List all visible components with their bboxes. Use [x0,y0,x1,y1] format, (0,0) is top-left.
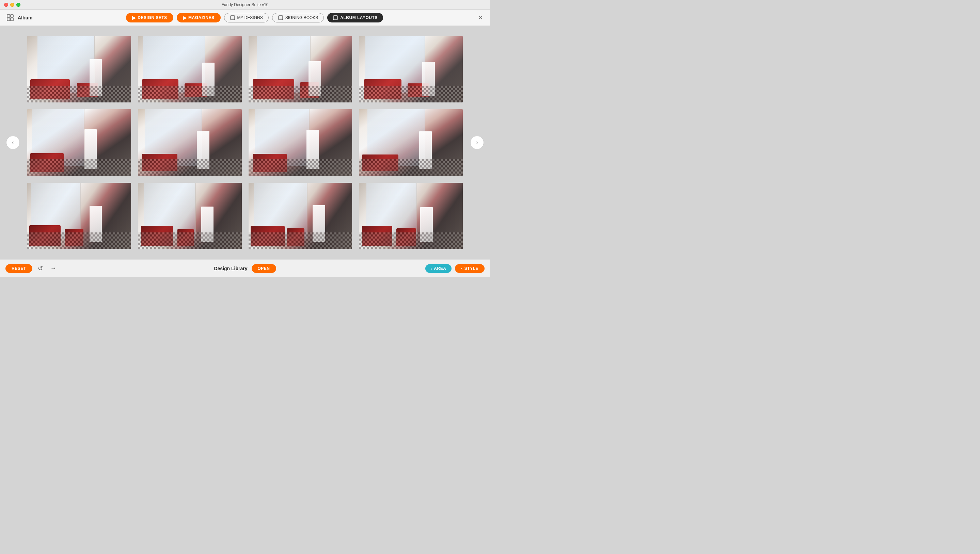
next-arrow-icon: › [476,140,478,146]
arrow-button[interactable]: → [49,264,58,273]
bottom-left: RESET ↺ → [5,264,58,273]
photo-cell-1[interactable] [27,36,131,102]
photo-cell-6[interactable] [138,109,242,175]
photo-cell-10[interactable] [138,183,242,249]
open-label: OPEN [258,266,270,271]
close-button[interactable] [4,3,8,7]
arrow-icon: → [50,265,56,272]
design-library-title: Design Library [214,266,247,271]
main-content: ‹ [0,26,490,259]
photo-image-12 [359,183,463,249]
photo-cell-5[interactable] [27,109,131,175]
svg-rect-3 [11,18,13,21]
magazines-button[interactable]: ▶ MAGAZINES [177,13,221,22]
window-title: Fundy Designer Suite v10 [221,2,268,7]
magazines-arrow-icon: ▶ [183,15,187,21]
signing-books-label: SIGNING BOOKS [285,15,318,20]
reset-label: RESET [11,266,26,271]
photo-image-2 [138,36,242,102]
svg-rect-10 [334,16,337,20]
style-label: STYLE [464,266,479,271]
photo-image-11 [249,183,353,249]
refresh-button[interactable]: ↺ [36,264,45,273]
photo-cell-2[interactable] [138,36,242,102]
design-sets-label: DESIGN SETS [137,15,167,20]
design-sets-button[interactable]: ▶ DESIGN SETS [126,13,173,22]
photo-cell-4[interactable] [359,36,463,102]
photo-image-8 [359,109,463,175]
app-icon [5,13,15,22]
my-designs-icon [230,15,235,21]
bottom-center: Design Library OPEN [214,264,276,273]
svg-rect-2 [7,18,10,21]
magazines-label: MAGAZINES [188,15,214,20]
photo-image-7 [249,109,353,175]
svg-rect-0 [7,14,10,18]
photo-image-3 [249,36,353,102]
photo-cell-12[interactable] [359,183,463,249]
area-chevron-icon: ‹ [431,266,433,271]
toolbar-right: ✕ [476,14,485,22]
reset-button[interactable]: RESET [5,264,32,273]
app-title: Album [18,15,33,21]
toolbar-left: Album [5,13,33,22]
bottom-right: ‹ AREA ‹ STYLE [425,264,485,273]
open-button[interactable]: OPEN [252,264,276,273]
photo-image-6 [138,109,242,175]
title-bar: Fundy Designer Suite v10 [0,0,490,10]
photo-grid [0,26,490,259]
svg-rect-7 [279,16,283,20]
toolbar: Album ▶ DESIGN SETS ▶ MAGAZINES MY DESIG… [0,10,490,26]
minimize-button[interactable] [10,3,14,7]
prev-arrow-icon: ‹ [12,140,14,146]
area-label: AREA [434,266,446,271]
photo-cell-3[interactable] [249,36,353,102]
photo-image-5 [27,109,131,175]
photo-cell-11[interactable] [249,183,353,249]
prev-button[interactable]: ‹ [6,136,20,150]
photo-image-9 [27,183,131,249]
next-button[interactable]: › [470,136,484,150]
my-designs-label: MY DESIGNS [237,15,263,20]
bottom-bar: RESET ↺ → Design Library OPEN ‹ AREA ‹ S… [0,259,490,277]
signing-books-button[interactable]: SIGNING BOOKS [272,13,324,22]
style-chevron-icon: ‹ [461,266,463,271]
album-layouts-label: ALBUM LAYOUTS [340,15,377,20]
design-sets-arrow-icon: ▶ [132,15,136,21]
style-button[interactable]: ‹ STYLE [455,264,485,273]
svg-rect-4 [230,16,235,20]
album-layouts-button[interactable]: ALBUM LAYOUTS [327,13,383,22]
photo-cell-9[interactable] [27,183,131,249]
photo-image-10 [138,183,242,249]
signing-books-icon [278,15,283,21]
svg-rect-1 [11,14,13,18]
window-close-button[interactable]: ✕ [476,14,485,22]
photo-cell-8[interactable] [359,109,463,175]
refresh-icon: ↺ [38,265,43,272]
toolbar-center: ▶ DESIGN SETS ▶ MAGAZINES MY DESIGNS SIG… [36,13,473,22]
album-layouts-icon [333,15,338,21]
traffic-lights [4,3,21,7]
my-designs-button[interactable]: MY DESIGNS [224,13,269,22]
area-button[interactable]: ‹ AREA [425,264,452,273]
maximize-button[interactable] [16,3,21,7]
photo-image-1 [27,36,131,102]
photo-cell-7[interactable] [249,109,353,175]
photo-image-4 [359,36,463,102]
